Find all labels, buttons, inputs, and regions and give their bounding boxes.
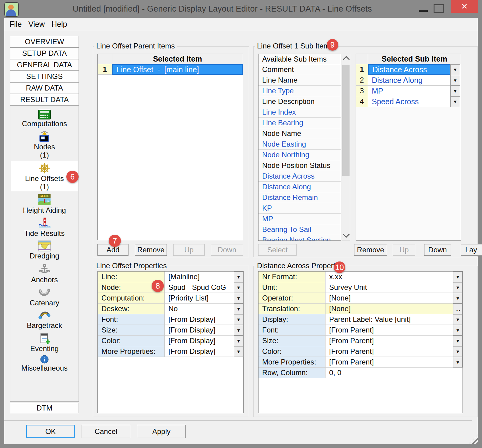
dropdown-arrow-icon[interactable]	[453, 357, 463, 368]
dropdown-arrow-icon[interactable]	[234, 304, 243, 314]
property-value[interactable]: [Priority List]	[165, 293, 234, 304]
nav-overview[interactable]: OVERVIEW	[10, 36, 79, 48]
minimize-button[interactable]	[419, 10, 428, 12]
table-row[interactable]: 1 Distance Across	[356, 64, 461, 75]
sidebar-item-dredging[interactable]: Dredging	[10, 240, 79, 260]
list-item[interactable]: Distance Across	[259, 171, 341, 182]
menu-view[interactable]: View	[25, 20, 48, 29]
sub-item[interactable]: MP	[368, 86, 450, 96]
property-value[interactable]: Spud - Spud CoG	[165, 282, 234, 293]
scroll-up-icon[interactable]	[343, 56, 350, 63]
list-item[interactable]: Distance Remain	[259, 192, 341, 203]
dropdown-arrow-icon[interactable]	[453, 282, 463, 293]
dropdown-arrow-icon[interactable]	[450, 86, 460, 96]
dropdown-arrow-icon[interactable]	[234, 346, 243, 357]
dropdown-arrow-icon[interactable]	[234, 325, 243, 336]
sub-item[interactable]: Speed Across	[368, 96, 450, 107]
dropdown-arrow-icon[interactable]	[450, 75, 460, 86]
sidebar-item-miscellaneous[interactable]: i Miscellaneous	[10, 355, 79, 372]
ok-button[interactable]: OK	[26, 425, 75, 438]
scroll-down-icon[interactable]	[343, 231, 350, 238]
apply-button[interactable]: Apply	[137, 425, 186, 438]
nav-setup-data[interactable]: SETUP DATA	[10, 48, 79, 59]
list-item[interactable]: Distance Along	[259, 182, 341, 192]
list-item[interactable]: Bearing To Sail	[259, 224, 341, 235]
down-button[interactable]: Down	[211, 244, 243, 256]
sub-remove-button[interactable]: Remove	[354, 244, 387, 256]
dropdown-arrow-icon[interactable]	[453, 325, 463, 336]
nav-dtm[interactable]: DTM	[10, 403, 79, 413]
menu-file[interactable]: File	[6, 20, 25, 29]
property-value[interactable]: [From Display]	[165, 325, 234, 336]
parent-item-selected[interactable]: Line Offset - [main line]	[112, 64, 243, 75]
maximize-button[interactable]	[434, 4, 444, 13]
property-value[interactable]: [From Display]	[165, 314, 234, 325]
nav-settings[interactable]: SETTINGS	[10, 71, 79, 82]
sidebar-item-computations[interactable]: Computations	[10, 110, 79, 128]
list-item[interactable]: Line Bearing	[259, 118, 341, 128]
list-item[interactable]: Node Easting	[259, 139, 341, 150]
sub-down-button[interactable]: Down	[424, 244, 451, 256]
list-item[interactable]: MP	[259, 214, 341, 224]
list-item[interactable]: Node Position Status	[259, 160, 341, 171]
sub-up-button[interactable]: Up	[393, 244, 415, 256]
table-row[interactable]: 1 Line Offset - [main line]	[98, 64, 243, 75]
list-item[interactable]: Line Type	[259, 86, 341, 96]
cancel-button[interactable]: Cancel	[82, 425, 130, 438]
sidebar-item-nodes[interactable]: Nodes (1)	[10, 130, 79, 159]
sidebar-item-catenary[interactable]: Catenary	[10, 286, 79, 307]
property-value[interactable]: [From Parent]	[325, 346, 453, 357]
dropdown-arrow-icon[interactable]	[450, 64, 460, 75]
table-row[interactable]: 3 MP	[356, 86, 461, 96]
property-value[interactable]: [From Display]	[165, 336, 234, 346]
property-value[interactable]: [From Parent]	[325, 336, 453, 346]
nav-general-data[interactable]: GENERAL DATA	[10, 59, 79, 71]
nav-raw-data[interactable]: RAW DATA	[10, 82, 79, 94]
sidebar-item-eventing[interactable]: Eventing	[10, 332, 79, 353]
dropdown-arrow-icon[interactable]	[234, 272, 243, 282]
available-list-scrollbar[interactable]	[342, 54, 350, 241]
dropdown-arrow-icon[interactable]	[234, 336, 243, 346]
dropdown-arrow-icon[interactable]	[453, 314, 463, 325]
close-button[interactable]: ✕	[451, 0, 478, 13]
dropdown-arrow-icon[interactable]	[234, 293, 243, 304]
list-item[interactable]: Line Index	[259, 107, 341, 118]
property-value[interactable]: [From Parent]	[325, 357, 453, 368]
property-value[interactable]: [None]	[325, 293, 453, 304]
remove-button[interactable]: Remove	[135, 244, 167, 256]
layout-button[interactable]: Lay	[461, 244, 482, 256]
sidebar-item-anchors[interactable]: Anchors	[10, 263, 79, 284]
sidebar-item-tide-results[interactable]: Tide Results	[10, 217, 79, 237]
select-button[interactable]: Select	[258, 244, 297, 256]
scrollbar-thumb[interactable]	[342, 65, 350, 176]
sidebar-item-bargetrack[interactable]: Bargetrack	[10, 309, 79, 329]
sub-item-selected[interactable]: Distance Across	[368, 64, 450, 75]
list-item[interactable]: Comment	[259, 64, 341, 75]
dropdown-arrow-icon[interactable]	[453, 336, 463, 346]
list-item[interactable]: Line Description	[259, 96, 341, 107]
list-item[interactable]: Node Northing	[259, 150, 341, 160]
menu-help[interactable]: Help	[48, 20, 70, 29]
up-button[interactable]: Up	[173, 244, 205, 256]
sub-item[interactable]: Distance Along	[368, 75, 450, 86]
property-value[interactable]: [None]	[325, 304, 453, 314]
table-row[interactable]: 2 Distance Along	[356, 75, 461, 86]
property-value[interactable]: Parent Label: Value [unit]	[325, 314, 453, 325]
dropdown-arrow-icon[interactable]	[234, 314, 243, 325]
property-value[interactable]: [From Display]	[165, 346, 234, 357]
property-value[interactable]: No	[165, 304, 234, 314]
list-item[interactable]: Bearing Next Section	[259, 235, 341, 241]
nav-result-data[interactable]: RESULT DATA	[10, 94, 79, 105]
dropdown-arrow-icon[interactable]	[453, 293, 463, 304]
table-row[interactable]: 4 Speed Across	[356, 96, 461, 107]
property-value[interactable]: x.xx	[325, 272, 453, 282]
list-item[interactable]: Line Name	[259, 75, 341, 86]
dropdown-arrow-icon[interactable]	[234, 282, 243, 293]
dropdown-arrow-icon[interactable]	[453, 346, 463, 357]
dropdown-arrow-icon[interactable]	[450, 96, 460, 107]
sidebar-item-height-aiding[interactable]: GEOIDN Height Aiding	[10, 194, 79, 214]
list-item[interactable]: Node Name	[259, 128, 341, 139]
property-value[interactable]: Survey Unit	[325, 282, 453, 293]
property-value[interactable]: [From Parent]	[325, 325, 453, 336]
property-value[interactable]: [Mainline]	[165, 272, 234, 282]
